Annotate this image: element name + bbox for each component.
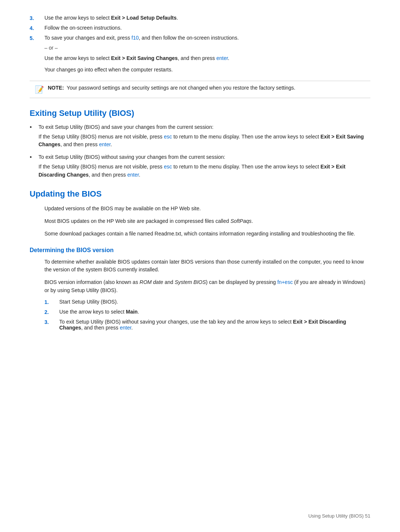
page-footer: Using Setup Utility (BIOS) 51 (308, 513, 370, 519)
bullet-dot-1: ● (30, 124, 39, 129)
page-content: 3. Use the arrow keys to select Exit > L… (0, 0, 400, 364)
note-text: NOTE: Your password settings and securit… (48, 85, 295, 91)
note-box: 📝 NOTE: Your password settings and secur… (30, 81, 370, 98)
enter-link-2[interactable]: enter (99, 141, 110, 147)
bullet-item-1: ● To exit Setup Utility (BIOS) and save … (30, 124, 370, 149)
changes-note: Your changes go into effect when the com… (44, 66, 370, 74)
bios-version-content: To determine whether available BIOS upda… (44, 258, 370, 331)
updating-content: Updated versions of the BIOS may be avai… (44, 205, 370, 238)
top-numbered-list: 3. Use the arrow keys to select Exit > L… (30, 15, 370, 41)
bios-step-1: 1. Start Setup Utility (BIOS). (44, 299, 370, 305)
arrow-indent-text: Use the arrow keys to select Exit > Exit… (44, 54, 370, 62)
bullet-content-1: To exit Setup Utility (BIOS) and save yo… (39, 124, 370, 149)
esc-link-1[interactable]: esc (164, 134, 172, 140)
note-body: Your password settings and security sett… (67, 85, 295, 91)
bios-version-heading: Determining the BIOS version (30, 247, 370, 254)
bios-step-content-2: Use the arrow keys to select Main. (59, 309, 370, 315)
bios-step-2: 2. Use the arrow keys to select Main. (44, 309, 370, 315)
enter-link-1[interactable]: enter (216, 55, 228, 61)
note-label: NOTE: (48, 85, 64, 91)
bullet-sub-2: If the Setup Utility (BIOS) menus are no… (39, 163, 370, 179)
bios-version-para-2: BIOS version information (also known as … (44, 278, 370, 294)
fn-esc-link[interactable]: fn+esc (277, 279, 293, 285)
bullet-intro-1: To exit Setup Utility (BIOS) and save yo… (39, 124, 213, 130)
enter-link-4[interactable]: enter (120, 325, 131, 331)
list-content-3: Use the arrow keys to select Exit > Load… (44, 15, 370, 21)
exiting-section-heading: Exiting Setup Utility (BIOS) (30, 108, 370, 118)
bullet-sub-1: If the Setup Utility (BIOS) menus are no… (39, 133, 370, 149)
bullet-item-2: ● To exit Setup Utility (BIOS) without s… (30, 154, 370, 179)
list-item-3: 3. Use the arrow keys to select Exit > L… (30, 15, 370, 21)
note-icon: 📝 (35, 85, 44, 94)
enter-link-3[interactable]: enter (127, 172, 139, 178)
bios-version-para-1: To determine whether available BIOS upda… (44, 258, 370, 274)
or-separator: – or – (44, 45, 370, 51)
bios-step-num-3: 3. (44, 319, 59, 325)
f10-link[interactable]: f10 (131, 35, 139, 41)
list-content-5: To save your changes and exit, press f10… (44, 35, 370, 41)
bios-step-3: 3. To exit Setup Utility (BIOS) without … (44, 319, 370, 331)
exiting-bullet-list: ● To exit Setup Utility (BIOS) and save … (30, 124, 370, 179)
list-item-4: 4. Follow the on-screen instructions. (30, 25, 370, 31)
updating-para-3: Some download packages contain a file na… (44, 230, 370, 238)
list-num-5: 5. (30, 35, 44, 41)
bios-step-content-1: Start Setup Utility (BIOS). (59, 299, 370, 305)
list-num-3: 3. (30, 15, 44, 21)
bullet-content-2: To exit Setup Utility (BIOS) without sav… (39, 154, 370, 179)
updating-para-2: Most BIOS updates on the HP Web site are… (44, 217, 370, 225)
bios-step-content-3: To exit Setup Utility (BIOS) without sav… (59, 319, 370, 331)
list-item-5: 5. To save your changes and exit, press … (30, 35, 370, 41)
bios-step-num-1: 1. (44, 299, 59, 305)
bios-version-steps: 1. Start Setup Utility (BIOS). 2. Use th… (44, 299, 370, 331)
bullet-intro-2: To exit Setup Utility (BIOS) without sav… (39, 154, 225, 160)
updating-para-1: Updated versions of the BIOS may be avai… (44, 205, 370, 213)
list-content-4: Follow the on-screen instructions. (44, 25, 370, 31)
bullet-dot-2: ● (30, 154, 39, 159)
list-num-4: 4. (30, 25, 44, 31)
bios-step-num-2: 2. (44, 309, 59, 315)
updating-section-heading: Updating the BIOS (30, 189, 370, 199)
esc-link-2[interactable]: esc (164, 164, 172, 170)
